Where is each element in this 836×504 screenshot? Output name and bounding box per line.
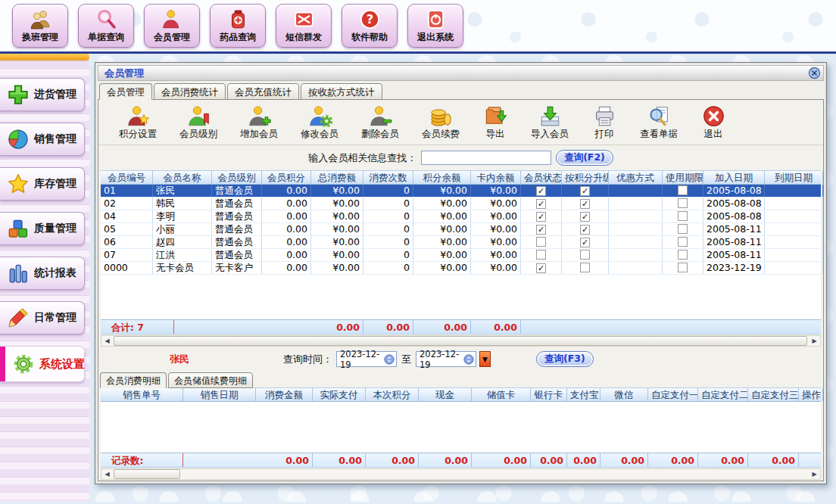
date-spinner-icon[interactable] xyxy=(463,354,474,365)
toolbar-button-label: 修改会员 xyxy=(301,128,338,141)
sidebar-item-quality-management[interactable]: 质量管理 xyxy=(0,212,85,245)
member-row-06[interactable]: 06赵四普通会员0.00¥0.000¥0.00¥0.00✓2005-08-11 xyxy=(101,236,821,249)
checkbox-status[interactable]: ✓ xyxy=(536,199,546,209)
scroll-right-icon[interactable]: ▶ xyxy=(809,469,820,479)
checkbox-term[interactable] xyxy=(678,224,688,234)
search-f3-button[interactable]: 查询(F3) xyxy=(536,351,594,367)
toolbar-button-import-members[interactable]: 导入会员 xyxy=(519,104,580,141)
top-button-member-management[interactable]: 会员管理 xyxy=(144,4,200,48)
sidebar-item-purchase-management[interactable]: 进货管理 xyxy=(0,78,85,111)
person-gear-icon xyxy=(307,104,332,128)
totals-cell xyxy=(262,320,311,334)
toolbar-button-add-member[interactable]: 增加会员 xyxy=(229,104,289,141)
scroll-right-icon[interactable]: ▶ xyxy=(809,336,820,346)
close-icon[interactable] xyxy=(808,67,821,79)
cell-expire_date xyxy=(765,185,823,197)
checkbox-status[interactable]: ✓ xyxy=(536,212,546,222)
cell-points: 0.00 xyxy=(262,236,311,248)
search-f2-button[interactable]: 查询(F2) xyxy=(556,150,613,166)
date-dropdown-button[interactable]: ▼ xyxy=(479,351,491,367)
checkbox-term[interactable] xyxy=(678,263,688,272)
member-table-header-row: 会员编号会员名称会员级别会员积分总消费额消费次数积分余额卡内余额会员状态按积分升… xyxy=(101,170,821,185)
checkbox-status[interactable]: ✓ xyxy=(536,263,546,273)
sidebar-item-inventory-management[interactable]: 库存管理 xyxy=(0,167,85,201)
totals-cell: 0.00 xyxy=(311,320,363,334)
checkbox-upgrade[interactable]: ✓ xyxy=(580,238,590,247)
checkbox-status[interactable] xyxy=(536,250,546,260)
member-row-07[interactable]: 07江洪普通会员0.00¥0.000¥0.00¥0.002005-08-11 xyxy=(101,249,821,262)
checkbox-upgrade[interactable] xyxy=(580,263,590,272)
cell-points: 0.00 xyxy=(262,198,311,210)
column-header: 消费次数 xyxy=(363,171,413,184)
printer-icon xyxy=(592,104,617,128)
date-from-field[interactable]: 2023-12-19 xyxy=(336,351,397,367)
top-button-sms-broadcast[interactable]: 短信群发 xyxy=(276,4,332,48)
tab-member-stored-value-renewal-detail[interactable]: 会员储值续费明细 xyxy=(168,372,253,388)
tab-member-consumption-detail[interactable]: 会员消费明细 xyxy=(100,372,167,388)
top-button-shift-management[interactable]: 换班管理 xyxy=(12,4,68,48)
toolbar-button-member-renewal[interactable]: 会员续费 xyxy=(410,104,471,141)
cell-discount xyxy=(609,185,663,197)
pie-chart-icon xyxy=(7,128,30,151)
checkbox-upgrade[interactable]: ✓ xyxy=(580,199,590,209)
member-row-04[interactable]: 04李明普通会员0.00¥0.000¥0.00¥0.00✓✓2005-08-08 xyxy=(101,210,821,223)
tab-member-management[interactable]: 会员管理 xyxy=(99,83,152,100)
checkbox-upgrade[interactable]: ✓ xyxy=(580,212,590,222)
checkbox-upgrade[interactable]: ✓ xyxy=(580,186,590,196)
window-title: 会员管理 xyxy=(104,67,808,80)
member-row-01[interactable]: 01张民普通会员0.00¥0.000¥0.00¥0.00✓✓2005-08-08 xyxy=(101,185,821,198)
top-button-software-help[interactable]: ?软件帮助 xyxy=(342,4,398,48)
tab-payment-method-stats[interactable]: 按收款方式统计 xyxy=(301,83,382,100)
checkbox-term[interactable] xyxy=(678,185,688,195)
sidebar-item-daily-management[interactable]: 日常管理 xyxy=(0,301,85,334)
cell-times: 0 xyxy=(363,236,413,248)
sidebar-item-statistics-reports[interactable]: 统计报表 xyxy=(0,257,85,290)
toolbar-button-member-level[interactable]: 会员级别 xyxy=(168,104,229,141)
desktop: 会员管理 会员管理会员消费统计会员充值统计按收款方式统计 积分设置会员级别增加会… xyxy=(89,54,836,502)
scrollbar-thumb[interactable] xyxy=(114,336,807,346)
scroll-left-icon[interactable]: ◀ xyxy=(101,469,113,479)
query-row: 张民 查询时间： 2023-12-19 至 2023-12-19 ▼ 查询(F3… xyxy=(98,347,823,371)
member-row-0000[interactable]: 0000无卡会员无卡客户0.00¥0.000¥0.00¥0.00✓2023-12… xyxy=(101,262,821,275)
sidebar-item-sales-management[interactable]: 销售管理 xyxy=(0,123,85,156)
date-to-field[interactable]: 2023-12-19 xyxy=(416,351,476,367)
toolbar-button-edit-member[interactable]: 修改会员 xyxy=(289,104,350,141)
toolbar-button-export[interactable]: 导出 xyxy=(471,104,519,141)
checkbox-term[interactable] xyxy=(678,211,688,221)
search-label: 输入会员相关信息查找： xyxy=(308,151,416,165)
member-row-02[interactable]: 02韩民普通会员0.00¥0.000¥0.00¥0.00✓✓2005-08-08 xyxy=(101,198,821,210)
checkbox-status[interactable]: ✓ xyxy=(536,186,546,196)
checkbox-status[interactable] xyxy=(536,237,546,247)
sidebar-top-accent xyxy=(0,54,89,60)
top-button-receipt-query[interactable]: 单据查询 xyxy=(78,4,134,48)
checkbox-term[interactable] xyxy=(678,198,688,208)
totals-cell xyxy=(212,320,262,334)
cell-id: 0000 xyxy=(101,262,153,274)
toolbar-button-exit[interactable]: 退出 xyxy=(689,104,738,141)
top-button-exit-system[interactable]: 退出系统 xyxy=(407,4,463,48)
checkbox-status[interactable]: ✓ xyxy=(536,225,546,235)
checkbox-upgrade[interactable]: ✓ xyxy=(580,225,590,235)
toolbar-button-print[interactable]: 打印 xyxy=(580,104,629,141)
scroll-left-icon[interactable]: ◀ xyxy=(101,336,113,346)
date-spinner-icon[interactable] xyxy=(384,354,395,365)
tab-member-consumption-stats[interactable]: 会员消费统计 xyxy=(154,83,226,100)
cell-upgrade: ✓ xyxy=(562,185,609,197)
records-cell: 0.00 xyxy=(600,453,648,467)
records-label: 记录数: xyxy=(101,453,183,467)
cell-term xyxy=(663,249,703,261)
tab-member-recharge-stats[interactable]: 会员充值统计 xyxy=(227,83,299,100)
toolbar-button-view-receipt[interactable]: 查看单据 xyxy=(629,104,689,141)
toolbar-button-delete-member[interactable]: 删除会员 xyxy=(350,104,410,141)
member-search-input[interactable] xyxy=(421,151,551,165)
toolbar-button-points-settings[interactable]: 积分设置 xyxy=(108,104,168,141)
sidebar-items: 进货管理销售管理库存管理质量管理统计报表日常管理系统设置 xyxy=(0,60,89,382)
sidebar-item-system-settings[interactable]: 系统设置 xyxy=(0,346,85,382)
checkbox-term[interactable] xyxy=(678,250,688,260)
checkbox-upgrade[interactable] xyxy=(580,250,590,260)
cell-discount xyxy=(609,223,663,235)
scrollbar-thumb[interactable] xyxy=(114,469,180,479)
top-button-medicine-query[interactable]: 药品查询 xyxy=(210,4,266,48)
member-row-05[interactable]: 05小丽普通会员0.00¥0.000¥0.00¥0.00✓✓2005-08-11 xyxy=(101,223,821,236)
checkbox-term[interactable] xyxy=(678,237,688,247)
